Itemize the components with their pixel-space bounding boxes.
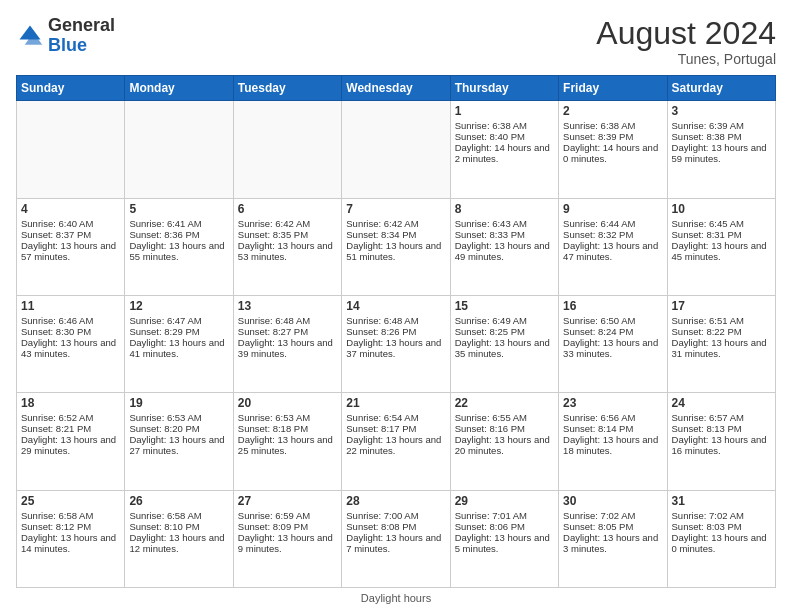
day-info: Sunrise: 6:38 AM <box>455 120 554 131</box>
header: General Blue August 2024 Tunes, Portugal <box>16 16 776 67</box>
day-info: Sunset: 8:12 PM <box>21 521 120 532</box>
calendar-cell <box>17 101 125 198</box>
day-header-friday: Friday <box>559 76 667 101</box>
day-info: Daylight: 13 hours and 49 minutes. <box>455 240 554 262</box>
day-info: Sunset: 8:25 PM <box>455 326 554 337</box>
calendar-cell: 23Sunrise: 6:56 AMSunset: 8:14 PMDayligh… <box>559 393 667 490</box>
calendar-cell <box>342 101 450 198</box>
day-info: Sunset: 8:16 PM <box>455 423 554 434</box>
day-number: 27 <box>238 494 337 508</box>
day-info: Sunset: 8:10 PM <box>129 521 228 532</box>
day-info: Sunrise: 6:50 AM <box>563 315 662 326</box>
day-info: Daylight: 13 hours and 33 minutes. <box>563 337 662 359</box>
day-number: 22 <box>455 396 554 410</box>
day-info: Sunset: 8:37 PM <box>21 229 120 240</box>
day-info: Daylight: 13 hours and 35 minutes. <box>455 337 554 359</box>
day-number: 18 <box>21 396 120 410</box>
day-info: Daylight: 13 hours and 37 minutes. <box>346 337 445 359</box>
calendar-cell: 11Sunrise: 6:46 AMSunset: 8:30 PMDayligh… <box>17 295 125 392</box>
day-info: Daylight: 13 hours and 16 minutes. <box>672 434 771 456</box>
day-info: Daylight: 13 hours and 5 minutes. <box>455 532 554 554</box>
day-number: 25 <box>21 494 120 508</box>
day-info: Daylight: 13 hours and 57 minutes. <box>21 240 120 262</box>
day-number: 19 <box>129 396 228 410</box>
calendar-cell: 14Sunrise: 6:48 AMSunset: 8:26 PMDayligh… <box>342 295 450 392</box>
calendar-cell: 25Sunrise: 6:58 AMSunset: 8:12 PMDayligh… <box>17 490 125 587</box>
logo-text: General Blue <box>48 16 115 56</box>
day-number: 7 <box>346 202 445 216</box>
day-info: Sunset: 8:06 PM <box>455 521 554 532</box>
day-info: Sunset: 8:31 PM <box>672 229 771 240</box>
calendar-cell: 3Sunrise: 6:39 AMSunset: 8:38 PMDaylight… <box>667 101 775 198</box>
day-number: 24 <box>672 396 771 410</box>
calendar-cell: 4Sunrise: 6:40 AMSunset: 8:37 PMDaylight… <box>17 198 125 295</box>
day-info: Sunrise: 6:43 AM <box>455 218 554 229</box>
day-number: 17 <box>672 299 771 313</box>
calendar-cell: 7Sunrise: 6:42 AMSunset: 8:34 PMDaylight… <box>342 198 450 295</box>
day-info: Sunset: 8:36 PM <box>129 229 228 240</box>
day-info: Daylight: 14 hours and 2 minutes. <box>455 142 554 164</box>
day-header-thursday: Thursday <box>450 76 558 101</box>
week-row-1: 1Sunrise: 6:38 AMSunset: 8:40 PMDaylight… <box>17 101 776 198</box>
month-year: August 2024 <box>596 16 776 51</box>
day-info: Sunrise: 6:48 AM <box>238 315 337 326</box>
day-number: 23 <box>563 396 662 410</box>
calendar-cell: 19Sunrise: 6:53 AMSunset: 8:20 PMDayligh… <box>125 393 233 490</box>
day-info: Sunset: 8:17 PM <box>346 423 445 434</box>
day-info: Sunrise: 7:02 AM <box>563 510 662 521</box>
calendar-cell: 29Sunrise: 7:01 AMSunset: 8:06 PMDayligh… <box>450 490 558 587</box>
calendar-cell: 12Sunrise: 6:47 AMSunset: 8:29 PMDayligh… <box>125 295 233 392</box>
day-info: Sunrise: 6:57 AM <box>672 412 771 423</box>
day-header-monday: Monday <box>125 76 233 101</box>
day-info: Sunrise: 6:54 AM <box>346 412 445 423</box>
day-info: Sunrise: 6:42 AM <box>238 218 337 229</box>
day-info: Sunset: 8:21 PM <box>21 423 120 434</box>
day-info: Sunset: 8:03 PM <box>672 521 771 532</box>
calendar-cell: 28Sunrise: 7:00 AMSunset: 8:08 PMDayligh… <box>342 490 450 587</box>
day-info: Sunset: 8:26 PM <box>346 326 445 337</box>
day-info: Daylight: 13 hours and 59 minutes. <box>672 142 771 164</box>
day-info: Daylight: 13 hours and 45 minutes. <box>672 240 771 262</box>
day-info: Daylight: 13 hours and 53 minutes. <box>238 240 337 262</box>
day-number: 30 <box>563 494 662 508</box>
calendar-cell: 24Sunrise: 6:57 AMSunset: 8:13 PMDayligh… <box>667 393 775 490</box>
day-number: 31 <box>672 494 771 508</box>
day-info: Sunset: 8:33 PM <box>455 229 554 240</box>
day-info: Sunrise: 6:58 AM <box>21 510 120 521</box>
calendar-cell: 27Sunrise: 6:59 AMSunset: 8:09 PMDayligh… <box>233 490 341 587</box>
calendar-cell: 30Sunrise: 7:02 AMSunset: 8:05 PMDayligh… <box>559 490 667 587</box>
calendar-cell: 18Sunrise: 6:52 AMSunset: 8:21 PMDayligh… <box>17 393 125 490</box>
day-info: Sunrise: 6:56 AM <box>563 412 662 423</box>
day-number: 1 <box>455 104 554 118</box>
day-info: Sunrise: 6:41 AM <box>129 218 228 229</box>
day-info: Sunset: 8:24 PM <box>563 326 662 337</box>
day-info: Sunrise: 6:51 AM <box>672 315 771 326</box>
day-info: Sunset: 8:20 PM <box>129 423 228 434</box>
day-info: Sunset: 8:30 PM <box>21 326 120 337</box>
day-info: Daylight: 13 hours and 20 minutes. <box>455 434 554 456</box>
title-block: August 2024 Tunes, Portugal <box>596 16 776 67</box>
calendar-cell: 8Sunrise: 6:43 AMSunset: 8:33 PMDaylight… <box>450 198 558 295</box>
day-info: Sunset: 8:29 PM <box>129 326 228 337</box>
logo-icon <box>16 22 44 50</box>
day-info: Sunrise: 7:00 AM <box>346 510 445 521</box>
day-info: Daylight: 13 hours and 51 minutes. <box>346 240 445 262</box>
day-info: Sunset: 8:18 PM <box>238 423 337 434</box>
day-info: Sunrise: 6:53 AM <box>238 412 337 423</box>
day-info: Sunrise: 6:47 AM <box>129 315 228 326</box>
day-info: Sunrise: 6:53 AM <box>129 412 228 423</box>
day-number: 11 <box>21 299 120 313</box>
day-info: Sunrise: 6:59 AM <box>238 510 337 521</box>
footer-label: Daylight hours <box>361 592 431 604</box>
calendar: SundayMondayTuesdayWednesdayThursdayFrid… <box>16 75 776 588</box>
logo-blue-text: Blue <box>48 35 87 55</box>
day-info: Sunset: 8:40 PM <box>455 131 554 142</box>
calendar-cell: 13Sunrise: 6:48 AMSunset: 8:27 PMDayligh… <box>233 295 341 392</box>
day-number: 20 <box>238 396 337 410</box>
calendar-cell: 5Sunrise: 6:41 AMSunset: 8:36 PMDaylight… <box>125 198 233 295</box>
calendar-cell: 17Sunrise: 6:51 AMSunset: 8:22 PMDayligh… <box>667 295 775 392</box>
day-info: Sunrise: 7:01 AM <box>455 510 554 521</box>
day-info: Sunset: 8:34 PM <box>346 229 445 240</box>
day-number: 21 <box>346 396 445 410</box>
day-number: 9 <box>563 202 662 216</box>
